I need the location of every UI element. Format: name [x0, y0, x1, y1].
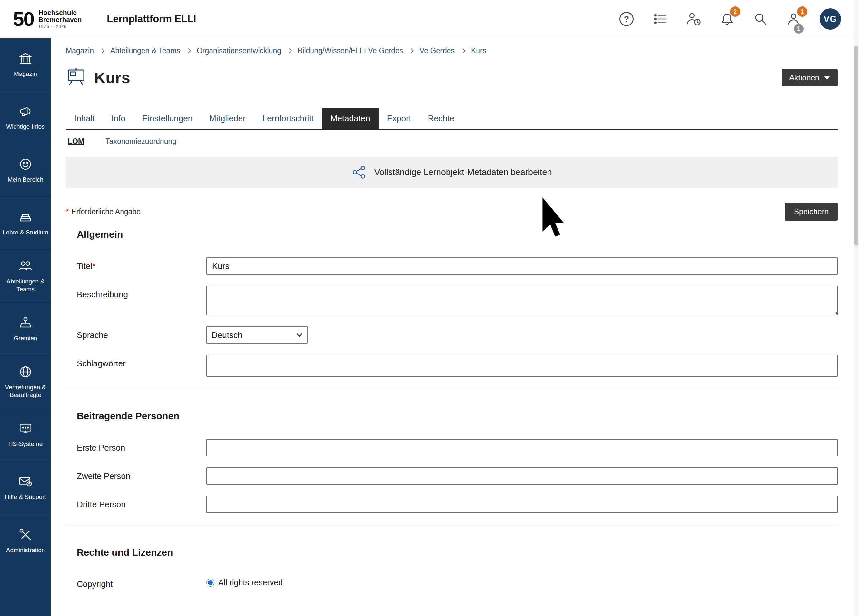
subtab-lom[interactable]: LOM [68, 137, 84, 146]
subtab-bar: LOM Taxonomiezuordnung [66, 130, 838, 152]
sidebar-item-vertretungen[interactable]: Vertretungen & Beauftragte [0, 355, 51, 408]
titel-row: Titel* [66, 257, 838, 275]
topbar-icons: ? 2 [618, 8, 841, 30]
sidebar-item-administration[interactable]: Administration [0, 514, 51, 567]
sidebar-item-hilfe-support[interactable]: Hilfe & Support [0, 461, 51, 514]
sidebar-item-label: Abteilungen & Teams [3, 278, 48, 293]
sidebar-item-label: HS-Systeme [8, 440, 43, 448]
lectern-icon [18, 316, 33, 330]
tab-lernfortschritt[interactable]: Lernfortschritt [254, 108, 322, 129]
subtab-taxonomiezuordnung[interactable]: Taxonomiezuordnung [105, 137, 176, 146]
sidebar-item-label: Administration [6, 546, 45, 554]
sprache-label: Sprache [66, 327, 206, 340]
scrollbar-thumb[interactable] [854, 46, 858, 246]
sidebar-item-label: Magazin [14, 70, 37, 78]
erste-person-row: Erste Person [66, 439, 838, 457]
page-title-row: Kurs Aktionen [66, 67, 838, 89]
full-metadata-edit-label: Vollständige Lernobjekt-Metadaten bearbe… [374, 167, 552, 177]
zweite-person-row: Zweite Person [66, 467, 838, 485]
sidebar-item-gremien[interactable]: Gremien [0, 303, 51, 355]
course-board-icon [66, 67, 86, 89]
sprache-row: Sprache Deutsch [66, 327, 838, 344]
schlagwoerter-row: Schlagwörter [66, 355, 838, 377]
chevron-right-icon [186, 48, 191, 53]
breadcrumb-link[interactable]: Ve Gerdes [420, 47, 454, 55]
zweite-person-input[interactable] [206, 467, 838, 485]
breadcrumb-link[interactable]: Magazin [66, 47, 94, 55]
sidebar-item-label: Mein Bereich [8, 176, 44, 183]
schlagwoerter-input[interactable] [206, 355, 838, 377]
contacts-button[interactable]: 1 1 [786, 11, 802, 27]
erste-person-input[interactable] [206, 439, 838, 457]
mail-icon [18, 474, 33, 489]
sprache-select[interactable]: Deutsch [206, 327, 308, 344]
people-icon [18, 259, 33, 274]
sidebar-item-lehre-studium[interactable]: Lehre & Studium [0, 197, 51, 250]
titel-required-marker: * [92, 261, 95, 271]
beschreibung-textarea[interactable] [206, 286, 838, 316]
list-icon [653, 12, 667, 27]
tab-rechte[interactable]: Rechte [420, 108, 463, 129]
erste-person-label: Erste Person [66, 439, 206, 453]
chevron-right-icon [287, 48, 292, 53]
chevron-right-icon [409, 48, 414, 53]
titel-input[interactable] [206, 257, 838, 275]
person-clock-icon [686, 12, 701, 27]
required-marker: * [66, 207, 69, 216]
sidebar-item-label: Hilfe & Support [5, 493, 46, 501]
sidebar-item-label: Wichtige Infos [6, 123, 44, 131]
breadcrumb-link[interactable]: Abteilungen & Teams [110, 47, 180, 55]
chevron-right-icon [461, 48, 465, 53]
copyright-radio[interactable] [206, 578, 214, 587]
tab-export[interactable]: Export [378, 108, 420, 129]
sidebar-item-mein-bereich[interactable]: Mein Bereich [0, 144, 51, 197]
help-icon: ? [619, 12, 634, 26]
tab-info[interactable]: Info [103, 108, 134, 129]
main-sidebar: Magazin Wichtige Infos Mein Bereich [0, 38, 51, 616]
sidebar-item-label: Lehre & Studium [3, 229, 48, 236]
profile-avatar[interactable]: VG [820, 8, 841, 30]
help-button[interactable]: ? [618, 11, 634, 27]
sidebar-item-label: Vertretungen & Beauftragte [3, 383, 48, 399]
tab-metadaten[interactable]: Metadaten [322, 108, 378, 129]
dritte-person-input[interactable] [206, 496, 838, 513]
globe-icon [18, 364, 33, 379]
logo-50: 50 [13, 9, 34, 29]
monitor-icon [18, 421, 33, 436]
app-title: Lernplattform ELLI [107, 13, 196, 25]
breadcrumb-link[interactable]: Bildung/Wissen/ELLI Ve Gerdes [298, 47, 403, 55]
sidebar-item-magazin[interactable]: Magazin [0, 38, 51, 91]
beschreibung-label: Beschreibung [66, 286, 206, 300]
search-button[interactable] [753, 11, 769, 27]
actions-button[interactable]: Aktionen [782, 69, 838, 86]
sprache-select-wrap: Deutsch [206, 327, 308, 344]
tab-inhalt[interactable]: Inhalt [66, 108, 103, 129]
task-list-button[interactable] [652, 11, 668, 27]
books-icon [18, 210, 33, 225]
notifications-button[interactable]: 2 [719, 11, 735, 27]
caret-down-icon [824, 76, 830, 80]
metadata-graph-icon [352, 165, 367, 180]
sidebar-item-abteilungen-teams[interactable]: Abteilungen & Teams [0, 250, 51, 303]
building-icon [18, 51, 33, 66]
tab-mitglieder[interactable]: Mitglieder [201, 108, 254, 129]
copyright-option-label: All rights reserved [218, 578, 283, 587]
full-metadata-edit-link[interactable]: Vollständige Lernobjekt-Metadaten bearbe… [352, 165, 552, 180]
metadata-banner: Vollständige Lernobjekt-Metadaten bearbe… [66, 157, 838, 188]
search-icon [753, 12, 768, 27]
breadcrumb-link[interactable]: Kurs [471, 47, 486, 55]
copyright-row: Copyright All rights reserved [66, 575, 838, 589]
sidebar-item-wichtige-infos[interactable]: Wichtige Infos [0, 91, 51, 144]
section-divider [66, 388, 838, 388]
breadcrumb-link[interactable]: Organisationsentwicklung [197, 47, 281, 55]
pending-users-button[interactable] [686, 11, 702, 27]
smiley-icon [18, 157, 33, 172]
sidebar-item-hs-systeme[interactable]: HS-Systeme [0, 408, 51, 461]
schlagwoerter-label: Schlagwörter [66, 355, 206, 369]
logo-text: Hochschule Bremerhaven 1975 – 2025 [38, 9, 81, 29]
scrollbar-track[interactable] [854, 0, 859, 616]
tab-einstellungen[interactable]: Einstellungen [134, 108, 201, 129]
logo-name-line1: Hochschule [38, 9, 81, 16]
section-divider [66, 524, 838, 524]
save-button[interactable]: Speichern [785, 203, 838, 220]
